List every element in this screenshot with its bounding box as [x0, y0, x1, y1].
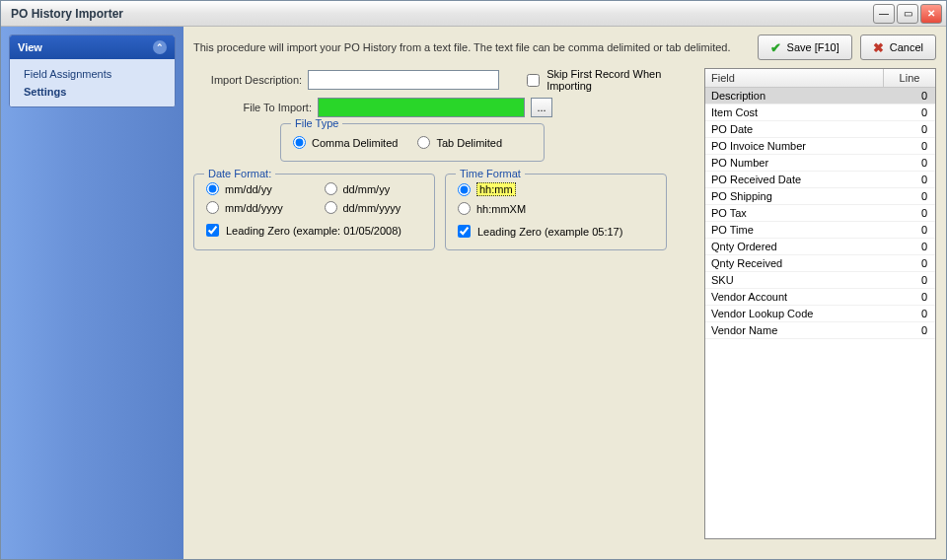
- cell-field: PO Invoice Number: [705, 138, 884, 154]
- radio-label: hh:mm: [476, 182, 516, 196]
- radio-mmddyyyy[interactable]: mm/dd/yyyy: [206, 201, 305, 214]
- radio-label: mm/dd/yy: [225, 183, 272, 195]
- cell-field: Item Cost: [705, 105, 884, 120]
- cell-line: 0: [884, 322, 935, 338]
- radio-tab-delimited[interactable]: Tab Delimited: [417, 136, 502, 149]
- cell-field: PO Received Date: [705, 172, 884, 187]
- sidebar-item-label: Settings: [24, 86, 66, 98]
- col-header-field[interactable]: Field: [705, 69, 884, 87]
- radio-comma-delimited[interactable]: Comma Delimited: [293, 136, 398, 149]
- field-table: Field Line Description0Item Cost0PO Date…: [704, 68, 936, 539]
- cell-line: 0: [884, 105, 935, 120]
- skip-first-input[interactable]: [527, 74, 540, 87]
- intro-text: This procedure will import your PO Histo…: [193, 41, 750, 53]
- save-button[interactable]: ✔ Save [F10]: [758, 35, 852, 60]
- cell-field: Vendor Lookup Code: [705, 306, 884, 321]
- import-desc-label: Import Description:: [193, 74, 302, 86]
- sidebar-item-label: Field Assignments: [24, 68, 111, 80]
- date-format-group: Date Format: mm/dd/yy dd/mm/yy: [193, 174, 435, 250]
- cell-line: 0: [884, 239, 935, 254]
- cell-field: Qnty Ordered: [705, 239, 884, 254]
- table-row[interactable]: Qnty Ordered0: [705, 239, 935, 255]
- table-row[interactable]: SKU0: [705, 272, 935, 289]
- titlebar[interactable]: PO History Importer — ▭ ✕: [1, 1, 946, 27]
- radio-hhmmxm[interactable]: hh:mmXM: [458, 202, 654, 215]
- sidebar-header-label: View: [18, 41, 42, 53]
- cell-field: Description: [705, 88, 884, 104]
- x-icon: ✖: [873, 40, 884, 55]
- minimize-icon: —: [879, 8, 889, 19]
- radio-label: mm/dd/yyyy: [225, 202, 283, 214]
- radio-ddmmyyyy[interactable]: dd/mm/yyyy: [325, 201, 423, 214]
- table-row[interactable]: PO Tax0: [705, 205, 935, 222]
- cell-field: PO Shipping: [705, 188, 884, 204]
- main-panel: This procedure will import your PO Histo…: [183, 27, 946, 559]
- radio-label: hh:mmXM: [476, 203, 526, 215]
- filetype-legend: File Type: [291, 117, 342, 129]
- table-row[interactable]: Qnty Received0: [705, 255, 935, 272]
- window-title: PO History Importer: [5, 7, 871, 21]
- sidebar-panel: View ⌃ Field Assignments Settings: [9, 35, 176, 107]
- cell-field: PO Date: [705, 121, 884, 137]
- check-icon: ✔: [770, 40, 781, 55]
- maximize-icon: ▭: [904, 8, 912, 19]
- table-row[interactable]: PO Shipping0: [705, 188, 935, 205]
- table-row[interactable]: Item Cost0: [705, 105, 935, 121]
- table-row[interactable]: PO Received Date0: [705, 172, 935, 188]
- cell-line: 0: [884, 138, 935, 154]
- table-row[interactable]: PO Invoice Number0: [705, 138, 935, 155]
- radio-mmddyy[interactable]: mm/dd/yy: [206, 182, 305, 195]
- file-input[interactable]: [318, 98, 525, 117]
- radio-label: dd/mm/yy: [343, 183, 391, 195]
- file-label: File To Import:: [193, 102, 312, 113]
- maximize-button[interactable]: ▭: [897, 4, 918, 24]
- date-leading-zero-checkbox[interactable]: Leading Zero (example: 01/05/2008): [206, 224, 422, 237]
- cell-field: Qnty Received: [705, 255, 884, 271]
- sidebar: View ⌃ Field Assignments Settings: [1, 27, 183, 559]
- table-row[interactable]: PO Date0: [705, 121, 935, 138]
- table-row[interactable]: Vendor Account0: [705, 289, 935, 306]
- cell-line: 0: [884, 121, 935, 137]
- radio-hhmm[interactable]: hh:mm: [458, 182, 654, 196]
- table-row[interactable]: Description0: [705, 88, 935, 105]
- skip-first-checkbox[interactable]: Skip First Record When Importing: [527, 68, 694, 92]
- skip-first-label: Skip First Record When Importing: [546, 68, 694, 92]
- table-row[interactable]: PO Number0: [705, 155, 935, 172]
- col-header-line[interactable]: Line: [884, 69, 935, 87]
- radio-ddmmyy[interactable]: dd/mm/yy: [325, 182, 423, 195]
- cell-line: 0: [884, 306, 935, 321]
- cell-line: 0: [884, 255, 935, 271]
- cell-field: PO Tax: [705, 205, 884, 221]
- chevron-up-icon: ⌃: [153, 40, 167, 54]
- ellipsis-icon: ...: [537, 102, 546, 113]
- minimize-button[interactable]: —: [873, 4, 895, 24]
- table-row[interactable]: Vendor Name0: [705, 322, 935, 339]
- table-row[interactable]: Vendor Lookup Code0: [705, 306, 935, 322]
- cell-line: 0: [884, 155, 935, 171]
- filetype-group: File Type Comma Delimited Tab Delimited: [280, 123, 545, 162]
- radio-label: dd/mm/yyyy: [343, 202, 401, 214]
- app-window: PO History Importer — ▭ ✕ View ⌃ Field A…: [0, 0, 947, 560]
- time-format-group: Time Format hh:mm hh:mmXM: [445, 174, 667, 250]
- cell-field: Vendor Name: [705, 322, 884, 338]
- cell-line: 0: [884, 172, 935, 187]
- time-format-legend: Time Format: [456, 168, 525, 179]
- time-leading-zero-checkbox[interactable]: Leading Zero (example 05:17): [458, 225, 654, 238]
- cell-line: 0: [884, 188, 935, 204]
- import-desc-input[interactable]: [308, 70, 498, 90]
- sidebar-header[interactable]: View ⌃: [10, 35, 175, 59]
- sidebar-item-field-assignments[interactable]: Field Assignments: [10, 65, 175, 83]
- browse-button[interactable]: ...: [531, 98, 552, 117]
- time-leading-zero-label: Leading Zero (example 05:17): [477, 226, 622, 238]
- date-format-legend: Date Format:: [204, 168, 275, 179]
- cell-field: Vendor Account: [705, 289, 884, 305]
- close-button[interactable]: ✕: [920, 4, 942, 24]
- sidebar-item-settings[interactable]: Settings: [10, 83, 175, 101]
- radio-label: Tab Delimited: [436, 137, 502, 149]
- table-row[interactable]: PO Time0: [705, 222, 935, 239]
- save-button-label: Save [F10]: [787, 41, 839, 53]
- cell-field: PO Time: [705, 222, 884, 238]
- close-icon: ✕: [927, 8, 935, 19]
- cancel-button[interactable]: ✖ Cancel: [860, 35, 936, 60]
- table-body[interactable]: Description0Item Cost0PO Date0PO Invoice…: [705, 88, 935, 538]
